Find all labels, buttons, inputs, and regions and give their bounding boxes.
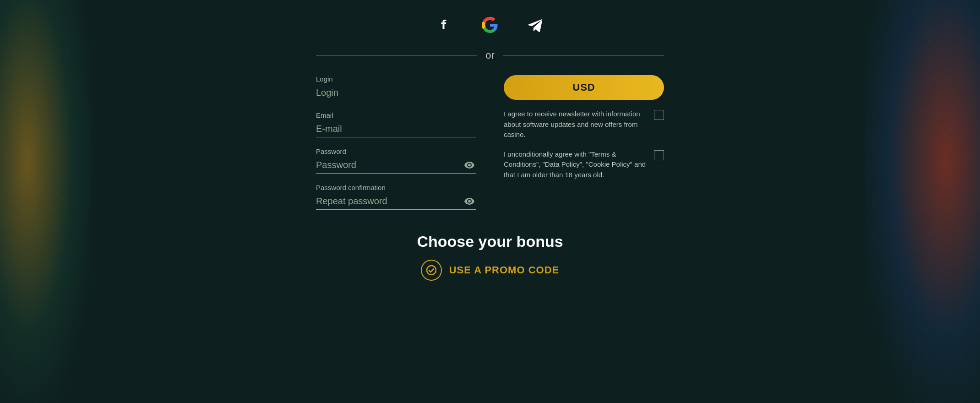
right-column: USD I agree to receive newsletter with i… — [504, 75, 664, 210]
login-input[interactable] — [316, 85, 476, 101]
main-content: or Login Email Password — [96, 0, 884, 403]
newsletter-checkbox-item: I agree to receive newsletter with infor… — [504, 109, 664, 140]
login-input-group: Login — [316, 75, 476, 101]
promo-code-row[interactable]: USE A PROMO CODE — [421, 260, 560, 281]
email-input-group: Email — [316, 111, 476, 137]
password-confirm-input-wrapper — [316, 193, 476, 210]
password-confirm-eye-icon[interactable] — [464, 198, 474, 205]
telegram-icon[interactable] — [524, 14, 547, 37]
password-confirm-input-group: Password confirmation — [316, 184, 476, 210]
login-input-wrapper — [316, 85, 476, 101]
terms-checkbox-item: I unconditionally agree with "Terms & Co… — [504, 149, 664, 180]
svg-point-0 — [427, 266, 436, 275]
left-column: Login Email Password — [316, 75, 476, 210]
currency-button[interactable]: USD — [504, 75, 664, 100]
google-icon[interactable] — [479, 14, 501, 37]
facebook-icon[interactable] — [433, 14, 456, 37]
login-label: Login — [316, 75, 476, 83]
terms-checkbox[interactable] — [654, 150, 664, 160]
background-blob-left — [0, 0, 92, 403]
newsletter-text: I agree to receive newsletter with infor… — [504, 109, 648, 140]
password-confirm-label: Password confirmation — [316, 184, 476, 191]
promo-label: USE A PROMO CODE — [449, 264, 560, 276]
password-eye-icon[interactable] — [464, 162, 474, 169]
terms-text: I unconditionally agree with "Terms & Co… — [504, 149, 648, 180]
password-input[interactable] — [316, 157, 476, 174]
password-input-group: Password — [316, 147, 476, 174]
or-line-right — [503, 55, 664, 56]
password-input-wrapper — [316, 157, 476, 174]
promo-check-icon — [421, 260, 442, 281]
form-area: Login Email Password — [316, 75, 664, 210]
password-confirm-input[interactable] — [316, 193, 476, 210]
password-label: Password — [316, 147, 476, 155]
bonus-section: Choose your bonus USE A PROMO CODE — [316, 233, 664, 281]
email-label: Email — [316, 111, 476, 119]
or-text: or — [485, 49, 495, 61]
email-input-wrapper — [316, 121, 476, 137]
or-line-left — [316, 55, 477, 56]
bonus-title: Choose your bonus — [417, 233, 563, 251]
newsletter-checkbox[interactable] — [654, 110, 664, 120]
or-divider: or — [316, 49, 664, 61]
social-icons-row — [433, 14, 547, 37]
email-input[interactable] — [316, 121, 476, 137]
